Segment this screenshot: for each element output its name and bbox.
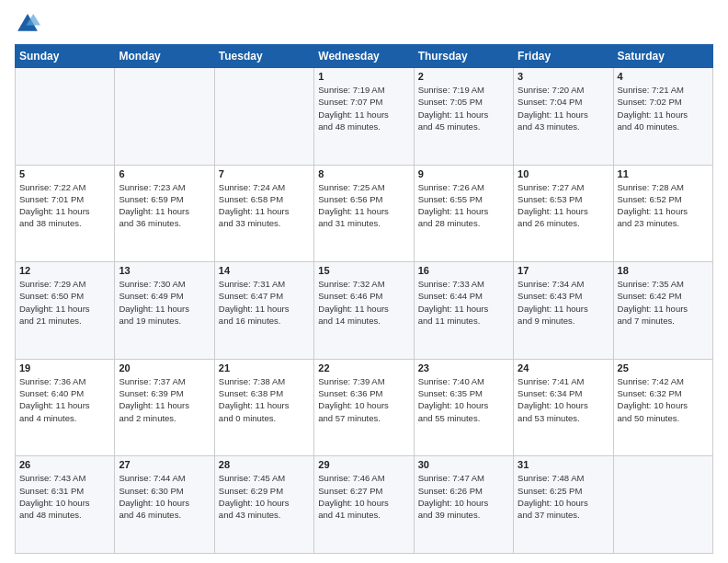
day-cell	[115, 68, 214, 166]
day-cell: 18Sunrise: 7:35 AM Sunset: 6:42 PM Dayli…	[613, 262, 712, 360]
day-cell: 22Sunrise: 7:39 AM Sunset: 6:36 PM Dayli…	[314, 359, 414, 456]
day-number: 20	[119, 362, 210, 373]
day-info: Sunrise: 7:25 AM Sunset: 6:56 PM Dayligh…	[318, 181, 409, 230]
day-number: 6	[119, 168, 210, 179]
day-info: Sunrise: 7:27 AM Sunset: 6:53 PM Dayligh…	[518, 181, 609, 230]
day-info: Sunrise: 7:37 AM Sunset: 6:39 PM Dayligh…	[119, 375, 210, 424]
day-cell: 24Sunrise: 7:41 AM Sunset: 6:34 PM Dayli…	[514, 359, 613, 456]
day-cell: 21Sunrise: 7:38 AM Sunset: 6:38 PM Dayli…	[214, 359, 313, 456]
weekday-header-monday: Monday	[115, 45, 214, 68]
day-info: Sunrise: 7:31 AM Sunset: 6:47 PM Dayligh…	[219, 278, 310, 327]
day-cell	[214, 68, 313, 166]
day-cell: 25Sunrise: 7:42 AM Sunset: 6:32 PM Dayli…	[613, 359, 712, 456]
week-row-1: 1Sunrise: 7:19 AM Sunset: 7:07 PM Daylig…	[16, 68, 713, 166]
day-cell: 16Sunrise: 7:33 AM Sunset: 6:44 PM Dayli…	[414, 262, 513, 360]
day-cell: 14Sunrise: 7:31 AM Sunset: 6:47 PM Dayli…	[214, 262, 313, 360]
day-cell: 11Sunrise: 7:28 AM Sunset: 6:52 PM Dayli…	[613, 165, 712, 262]
day-cell: 1Sunrise: 7:19 AM Sunset: 7:07 PM Daylig…	[314, 68, 414, 166]
day-cell: 7Sunrise: 7:24 AM Sunset: 6:58 PM Daylig…	[214, 165, 313, 262]
day-info: Sunrise: 7:40 AM Sunset: 6:35 PM Dayligh…	[418, 375, 509, 424]
day-info: Sunrise: 7:48 AM Sunset: 6:25 PM Dayligh…	[518, 472, 609, 521]
day-info: Sunrise: 7:45 AM Sunset: 6:29 PM Dayligh…	[219, 472, 310, 521]
day-info: Sunrise: 7:42 AM Sunset: 6:32 PM Dayligh…	[618, 375, 709, 424]
day-cell: 2Sunrise: 7:19 AM Sunset: 7:05 PM Daylig…	[414, 68, 513, 166]
day-cell: 23Sunrise: 7:40 AM Sunset: 6:35 PM Dayli…	[414, 359, 513, 456]
day-cell: 31Sunrise: 7:48 AM Sunset: 6:25 PM Dayli…	[514, 456, 613, 554]
day-cell: 29Sunrise: 7:46 AM Sunset: 6:27 PM Dayli…	[314, 456, 414, 554]
day-number: 18	[618, 265, 709, 276]
day-info: Sunrise: 7:36 AM Sunset: 6:40 PM Dayligh…	[19, 375, 110, 424]
weekday-header-sunday: Sunday	[16, 45, 115, 68]
week-row-4: 19Sunrise: 7:36 AM Sunset: 6:40 PM Dayli…	[16, 359, 713, 456]
day-cell: 15Sunrise: 7:32 AM Sunset: 6:46 PM Dayli…	[314, 262, 414, 360]
day-number: 24	[518, 362, 609, 373]
day-number: 4	[618, 71, 709, 82]
day-info: Sunrise: 7:38 AM Sunset: 6:38 PM Dayligh…	[219, 375, 310, 424]
day-number: 16	[418, 265, 509, 276]
day-info: Sunrise: 7:43 AM Sunset: 6:31 PM Dayligh…	[19, 472, 110, 521]
day-info: Sunrise: 7:30 AM Sunset: 6:49 PM Dayligh…	[119, 278, 210, 327]
weekday-header-thursday: Thursday	[414, 45, 513, 68]
day-cell: 4Sunrise: 7:21 AM Sunset: 7:02 PM Daylig…	[613, 68, 712, 166]
day-info: Sunrise: 7:47 AM Sunset: 6:26 PM Dayligh…	[418, 472, 509, 521]
day-cell: 17Sunrise: 7:34 AM Sunset: 6:43 PM Dayli…	[514, 262, 613, 360]
weekday-header-row: SundayMondayTuesdayWednesdayThursdayFrid…	[16, 45, 713, 68]
day-info: Sunrise: 7:44 AM Sunset: 6:30 PM Dayligh…	[119, 472, 210, 521]
day-cell: 27Sunrise: 7:44 AM Sunset: 6:30 PM Dayli…	[115, 456, 214, 554]
day-number: 5	[19, 168, 110, 179]
day-number: 3	[518, 71, 609, 82]
day-info: Sunrise: 7:41 AM Sunset: 6:34 PM Dayligh…	[518, 375, 609, 424]
logo	[15, 11, 44, 37]
day-number: 11	[618, 168, 709, 179]
page: SundayMondayTuesdayWednesdayThursdayFrid…	[0, 0, 728, 563]
day-cell: 13Sunrise: 7:30 AM Sunset: 6:49 PM Dayli…	[115, 262, 214, 360]
day-cell	[613, 456, 712, 554]
week-row-5: 26Sunrise: 7:43 AM Sunset: 6:31 PM Dayli…	[16, 456, 713, 554]
week-row-3: 12Sunrise: 7:29 AM Sunset: 6:50 PM Dayli…	[16, 262, 713, 360]
day-number: 31	[518, 459, 609, 470]
day-info: Sunrise: 7:32 AM Sunset: 6:46 PM Dayligh…	[318, 278, 409, 327]
day-info: Sunrise: 7:23 AM Sunset: 6:59 PM Dayligh…	[119, 181, 210, 230]
day-cell: 6Sunrise: 7:23 AM Sunset: 6:59 PM Daylig…	[115, 165, 214, 262]
day-info: Sunrise: 7:34 AM Sunset: 6:43 PM Dayligh…	[518, 278, 609, 327]
day-info: Sunrise: 7:39 AM Sunset: 6:36 PM Dayligh…	[318, 375, 409, 424]
week-row-2: 5Sunrise: 7:22 AM Sunset: 7:01 PM Daylig…	[16, 165, 713, 262]
day-cell: 19Sunrise: 7:36 AM Sunset: 6:40 PM Dayli…	[16, 359, 115, 456]
day-number: 29	[318, 459, 409, 470]
header	[15, 11, 713, 37]
day-number: 12	[19, 265, 110, 276]
calendar-table: SundayMondayTuesdayWednesdayThursdayFrid…	[15, 44, 713, 554]
day-number: 1	[318, 71, 409, 82]
day-cell: 28Sunrise: 7:45 AM Sunset: 6:29 PM Dayli…	[214, 456, 313, 554]
day-number: 17	[518, 265, 609, 276]
day-cell: 20Sunrise: 7:37 AM Sunset: 6:39 PM Dayli…	[115, 359, 214, 456]
day-info: Sunrise: 7:22 AM Sunset: 7:01 PM Dayligh…	[19, 181, 110, 230]
day-info: Sunrise: 7:33 AM Sunset: 6:44 PM Dayligh…	[418, 278, 509, 327]
weekday-header-saturday: Saturday	[613, 45, 712, 68]
day-cell	[16, 68, 115, 166]
day-number: 21	[219, 362, 310, 373]
day-info: Sunrise: 7:46 AM Sunset: 6:27 PM Dayligh…	[318, 472, 409, 521]
day-info: Sunrise: 7:29 AM Sunset: 6:50 PM Dayligh…	[19, 278, 110, 327]
day-cell: 8Sunrise: 7:25 AM Sunset: 6:56 PM Daylig…	[314, 165, 414, 262]
day-number: 30	[418, 459, 509, 470]
day-number: 8	[318, 168, 409, 179]
day-cell: 12Sunrise: 7:29 AM Sunset: 6:50 PM Dayli…	[16, 262, 115, 360]
day-info: Sunrise: 7:21 AM Sunset: 7:02 PM Dayligh…	[618, 84, 709, 132]
day-info: Sunrise: 7:26 AM Sunset: 6:55 PM Dayligh…	[418, 181, 509, 230]
day-number: 25	[618, 362, 709, 373]
day-cell: 5Sunrise: 7:22 AM Sunset: 7:01 PM Daylig…	[16, 165, 115, 262]
day-info: Sunrise: 7:20 AM Sunset: 7:04 PM Dayligh…	[518, 84, 609, 132]
day-cell: 30Sunrise: 7:47 AM Sunset: 6:26 PM Dayli…	[414, 456, 513, 554]
day-cell: 3Sunrise: 7:20 AM Sunset: 7:04 PM Daylig…	[514, 68, 613, 166]
weekday-header-tuesday: Tuesday	[214, 45, 313, 68]
day-number: 19	[19, 362, 110, 373]
day-info: Sunrise: 7:24 AM Sunset: 6:58 PM Dayligh…	[219, 181, 310, 230]
day-number: 23	[418, 362, 509, 373]
day-number: 28	[219, 459, 310, 470]
day-cell: 9Sunrise: 7:26 AM Sunset: 6:55 PM Daylig…	[414, 165, 513, 262]
day-cell: 26Sunrise: 7:43 AM Sunset: 6:31 PM Dayli…	[16, 456, 115, 554]
day-number: 22	[318, 362, 409, 373]
day-info: Sunrise: 7:35 AM Sunset: 6:42 PM Dayligh…	[618, 278, 709, 327]
day-info: Sunrise: 7:28 AM Sunset: 6:52 PM Dayligh…	[618, 181, 709, 230]
